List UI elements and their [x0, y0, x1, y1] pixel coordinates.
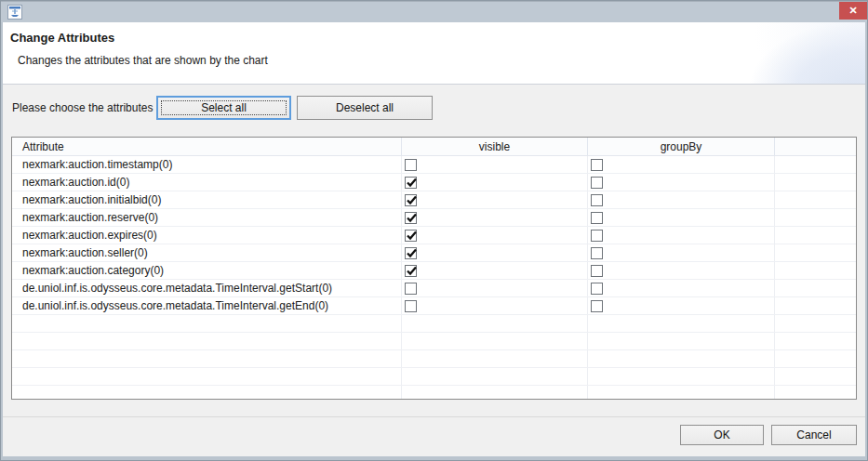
- visible-checkbox[interactable]: [405, 283, 417, 295]
- odysseus-app-icon: [7, 5, 22, 20]
- empty-cell: [775, 315, 856, 332]
- ok-button[interactable]: OK: [680, 425, 764, 445]
- attribute-label: nexmark:auction.id(0): [12, 174, 402, 191]
- groupby-checkbox[interactable]: [591, 194, 603, 206]
- dialog-body: Change Attributes Changes the attributes…: [3, 22, 865, 456]
- groupby-checkbox[interactable]: [591, 230, 603, 242]
- table-row[interactable]: nexmark:auction.category(0): [12, 262, 856, 280]
- empty-cell: [775, 280, 856, 296]
- empty-table-row: [12, 315, 856, 333]
- table-row[interactable]: nexmark:auction.expires(0): [12, 227, 856, 244]
- visible-cell: [402, 191, 588, 208]
- select-all-label: Select all: [201, 101, 247, 114]
- empty-cell: [775, 191, 856, 208]
- visible-checkbox[interactable]: [405, 247, 417, 259]
- close-button[interactable]: ✕: [839, 2, 867, 20]
- empty-cell: [588, 350, 775, 367]
- attribute-label: nexmark:auction.seller(0): [12, 244, 402, 261]
- visible-checkbox[interactable]: [405, 230, 417, 242]
- groupby-cell: [588, 297, 775, 314]
- empty-cell: [588, 315, 775, 332]
- empty-cell: [775, 174, 856, 191]
- attribute-label: nexmark:auction.initialbid(0): [12, 191, 402, 208]
- banner: Change Attributes Changes the attributes…: [3, 22, 865, 85]
- table-row[interactable]: de.uniol.inf.is.odysseus.core.metadata.T…: [12, 297, 856, 315]
- visible-checkbox[interactable]: [405, 265, 417, 277]
- attribute-label: nexmark:auction.expires(0): [12, 227, 402, 244]
- groupby-checkbox[interactable]: [591, 159, 603, 171]
- groupby-cell: [588, 227, 775, 244]
- column-header-groupby[interactable]: groupBy: [588, 138, 775, 155]
- empty-cell: [12, 315, 402, 332]
- empty-cell: [12, 368, 402, 385]
- visible-checkbox[interactable]: [405, 194, 417, 206]
- visible-cell: [402, 262, 588, 279]
- cancel-button[interactable]: Cancel: [771, 425, 857, 445]
- groupby-cell: [588, 209, 775, 226]
- attribute-label: de.uniol.inf.is.odysseus.core.metadata.T…: [12, 297, 402, 314]
- visible-cell: [402, 156, 588, 173]
- close-icon: ✕: [848, 5, 857, 17]
- button-bar-separator: [3, 416, 865, 417]
- groupby-checkbox[interactable]: [591, 265, 603, 277]
- empty-table-row: [12, 368, 856, 386]
- choose-attributes-label: Please choose the attributes: [12, 96, 153, 120]
- empty-table-row: [12, 350, 856, 368]
- table-row[interactable]: nexmark:auction.seller(0): [12, 244, 856, 262]
- visible-cell: [402, 297, 588, 314]
- visible-cell: [402, 209, 588, 226]
- visible-cell: [402, 280, 588, 296]
- page-subtitle: Changes the attributes that are shown by…: [18, 54, 268, 67]
- empty-cell: [588, 368, 775, 385]
- visible-checkbox[interactable]: [405, 212, 417, 224]
- page-title: Change Attributes: [10, 31, 114, 45]
- change-attributes-dialog: ✕ Change Attributes Changes the attribut…: [0, 0, 868, 461]
- empty-cell: [775, 368, 856, 385]
- visible-checkbox[interactable]: [405, 177, 417, 189]
- groupby-checkbox[interactable]: [591, 300, 603, 312]
- empty-table-row: [12, 386, 856, 400]
- column-header-visible[interactable]: visible: [402, 138, 588, 155]
- attributes-table: Attribute visible groupBy nexmark:auctio…: [11, 137, 857, 400]
- empty-cell: [775, 227, 856, 244]
- empty-cell: [775, 209, 856, 226]
- groupby-cell: [588, 280, 775, 296]
- empty-cell: [402, 350, 588, 367]
- table-row[interactable]: nexmark:auction.id(0): [12, 174, 856, 191]
- groupby-checkbox[interactable]: [591, 247, 603, 259]
- empty-table-row: [12, 333, 856, 350]
- groupby-cell: [588, 191, 775, 208]
- empty-cell: [12, 333, 402, 349]
- visible-checkbox[interactable]: [405, 159, 417, 171]
- groupby-checkbox[interactable]: [591, 212, 603, 224]
- column-header-attribute[interactable]: Attribute: [12, 138, 402, 155]
- empty-cell: [775, 350, 856, 367]
- table-body: nexmark:auction.timestamp(0)nexmark:auct…: [12, 156, 856, 400]
- table-row[interactable]: nexmark:auction.initialbid(0): [12, 191, 856, 209]
- empty-cell: [775, 244, 856, 261]
- cancel-label: Cancel: [796, 428, 831, 441]
- empty-cell: [402, 333, 588, 349]
- table-row[interactable]: nexmark:auction.timestamp(0): [12, 156, 856, 174]
- empty-cell: [775, 297, 856, 314]
- empty-cell: [588, 386, 775, 400]
- empty-cell: [402, 315, 588, 332]
- titlebar[interactable]: ✕: [1, 1, 867, 22]
- attribute-label: nexmark:auction.category(0): [12, 262, 402, 279]
- ok-label: OK: [714, 428, 729, 441]
- groupby-cell: [588, 244, 775, 261]
- groupby-checkbox[interactable]: [591, 177, 603, 189]
- groupby-checkbox[interactable]: [591, 283, 603, 295]
- empty-cell: [402, 386, 588, 400]
- table-header: Attribute visible groupBy: [12, 138, 856, 156]
- table-row[interactable]: nexmark:auction.reserve(0): [12, 209, 856, 227]
- attribute-label: nexmark:auction.reserve(0): [12, 209, 402, 226]
- table-row[interactable]: de.uniol.inf.is.odysseus.core.metadata.T…: [12, 280, 856, 297]
- groupby-cell: [588, 262, 775, 279]
- attribute-label: de.uniol.inf.is.odysseus.core.metadata.T…: [12, 280, 402, 296]
- select-all-button[interactable]: Select all: [156, 96, 291, 120]
- visible-checkbox[interactable]: [405, 300, 417, 312]
- empty-cell: [775, 386, 856, 400]
- empty-cell: [588, 333, 775, 349]
- deselect-all-button[interactable]: Deselect all: [297, 96, 433, 120]
